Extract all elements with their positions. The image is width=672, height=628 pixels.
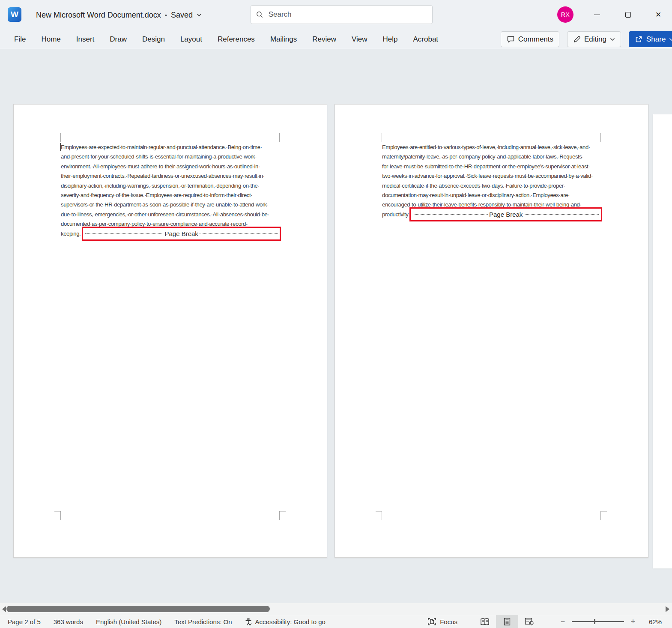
zoom-slider-thumb[interactable] (594, 619, 595, 624)
zoom-out-button[interactable]: − (560, 618, 566, 625)
last-word[interactable]: keeping. (61, 229, 81, 239)
scroll-right-arrow-icon[interactable] (666, 606, 669, 612)
tab-draw[interactable]: Draw (102, 30, 134, 49)
tab-help[interactable]: Help (375, 30, 406, 49)
minimize-button[interactable] (590, 7, 604, 22)
title-bar: W New Microsoft Word Document.docx • Sav… (0, 0, 672, 30)
web-layout-button[interactable] (518, 615, 541, 628)
horizontal-scrollbar-thumb[interactable] (6, 606, 270, 612)
zoom-in-button[interactable]: + (630, 618, 636, 625)
page-indicator[interactable]: Page 2 of 5 (8, 618, 41, 625)
save-status: Saved (171, 11, 193, 20)
doc-line-with-page-break[interactable]: productivityPage Break (382, 210, 602, 219)
ribbon-tab-row: FileHomeInsertDrawDesignLayoutReferences… (0, 30, 672, 49)
horizontal-scrollbar[interactable] (0, 603, 672, 615)
page-break-leader (85, 233, 163, 234)
pencil-icon (573, 36, 581, 43)
doc-line[interactable]: supervisors·or·the·HR·department·as·soon… (61, 200, 281, 209)
page-break-highlight-box[interactable]: Page Break (409, 207, 602, 221)
account-avatar[interactable]: RX (557, 6, 573, 23)
chevron-down-icon (669, 38, 672, 41)
share-icon (635, 35, 643, 43)
accessibility-person-icon (245, 618, 252, 626)
share-label: Share (646, 35, 666, 44)
doc-line[interactable]: Employees·are·entitled·to·various·types·… (382, 143, 602, 152)
page-break-leader (413, 214, 488, 215)
read-mode-button[interactable] (474, 615, 496, 628)
doc-line[interactable]: environment.·All·employees·must·adhere·t… (61, 162, 281, 171)
focus-label: Focus (440, 618, 457, 625)
tab-view[interactable]: View (344, 30, 375, 49)
doc-line[interactable]: for·leave·must·be·submitted·to·the·HR·de… (382, 162, 602, 171)
cropmark-bottom-left (376, 511, 382, 520)
tab-design[interactable]: Design (134, 30, 173, 49)
cropmark-top-left (54, 133, 61, 142)
word-app-icon-letter: W (11, 10, 18, 19)
avatar-initials: RX (561, 11, 570, 18)
document-page-left[interactable]: Employees·are·expected·to·maintain·regul… (13, 104, 327, 558)
tab-acrobat[interactable]: Acrobat (406, 30, 446, 49)
title-separator: • (165, 12, 167, 19)
page-break-highlight-box[interactable]: Page Break (82, 227, 281, 241)
doc-line[interactable]: disciplinary·action,·including·warnings,… (61, 181, 281, 191)
comments-button[interactable]: Comments (501, 31, 559, 47)
accessibility-label: Accessibility: Good to go (255, 618, 326, 625)
cropmark-top-right (600, 133, 607, 142)
document-page-right[interactable]: Employees·are·entitled·to·various·types·… (335, 104, 648, 558)
doc-line[interactable]: their·employment·contracts.·Repeated·tar… (61, 171, 281, 181)
tab-references[interactable]: References (210, 30, 263, 49)
doc-line[interactable]: severity·and·frequency·of·the·issue.·Emp… (61, 191, 281, 200)
print-layout-icon (503, 617, 511, 626)
cropmark-top-left (376, 133, 382, 142)
status-bar-left: Page 2 of 5 363 words English (United St… (0, 618, 326, 626)
doc-line[interactable]: maternity/paternity·leave,·as·per·compan… (382, 152, 602, 161)
doc-line[interactable]: documentation·may·result·in·unpaid·leave… (382, 191, 602, 200)
doc-line[interactable]: due·to·illness,·emergencies,·or·other·un… (61, 210, 281, 219)
word-window: W New Microsoft Word Document.docx • Sav… (0, 0, 672, 628)
scroll-left-arrow-icon[interactable] (2, 606, 6, 612)
tab-review[interactable]: Review (305, 30, 344, 49)
document-title: New Microsoft Word Document.docx (36, 11, 161, 20)
cropmark-top-right (279, 133, 286, 142)
search-input[interactable] (269, 10, 427, 19)
status-bar-right: Focus − + 62% (427, 615, 672, 628)
doc-line[interactable]: Employees·are·expected·to·maintain·regul… (61, 143, 281, 152)
word-count[interactable]: 363 words (54, 618, 83, 625)
ribbon-tabs: FileHomeInsertDrawDesignLayoutReferences… (6, 30, 446, 49)
document-title-dropdown[interactable]: New Microsoft Word Document.docx • Saved (36, 0, 202, 30)
zoom-slider[interactable] (572, 621, 624, 622)
maximize-icon (625, 12, 631, 18)
comments-label: Comments (518, 35, 553, 44)
tab-home[interactable]: Home (33, 30, 68, 49)
accessibility-status[interactable]: Accessibility: Good to go (245, 618, 326, 626)
language-indicator[interactable]: English (United States) (96, 618, 161, 625)
ribbon-actions: Comments Editing Share (501, 31, 672, 48)
close-button[interactable]: ✕ (651, 7, 666, 22)
tab-mailings[interactable]: Mailings (263, 30, 305, 49)
page-text-1[interactable]: Employees·are·expected·to·maintain·regul… (61, 143, 281, 239)
last-word[interactable]: productivity (382, 210, 408, 219)
document-canvas[interactable]: Employees·are·expected·to·maintain·regul… (0, 49, 672, 603)
page-text-2[interactable]: Employees·are·entitled·to·various·types·… (382, 143, 602, 219)
print-layout-button[interactable] (496, 615, 518, 628)
search-icon (256, 11, 263, 18)
doc-line-with-page-break[interactable]: keeping.Page Break (61, 229, 281, 239)
doc-line[interactable]: medical·certificate·if·the·absence·excee… (382, 181, 602, 191)
maximize-button[interactable] (621, 7, 635, 22)
text-predictions-toggle[interactable]: Text Predictions: On (174, 618, 232, 625)
share-button[interactable]: Share (629, 31, 672, 47)
tab-layout[interactable]: Layout (173, 30, 210, 49)
page-break-label: Page Break (164, 229, 198, 239)
chevron-down-icon (610, 38, 615, 41)
editing-mode-button[interactable]: Editing (567, 31, 621, 47)
tab-insert[interactable]: Insert (69, 30, 102, 49)
page-break-leader (200, 233, 278, 234)
doc-line[interactable]: and·present·for·your·scheduled·shifts·is… (61, 152, 281, 161)
doc-line[interactable]: two·weeks·in·advance·for·approval.·Sick·… (382, 171, 602, 181)
minimize-icon (594, 15, 600, 15)
zoom-level[interactable]: 62% (642, 618, 662, 625)
word-app-icon[interactable]: W (8, 7, 21, 22)
tab-file[interactable]: File (6, 30, 33, 49)
search-box[interactable] (251, 5, 433, 24)
focus-mode-toggle[interactable]: Focus (427, 617, 457, 626)
